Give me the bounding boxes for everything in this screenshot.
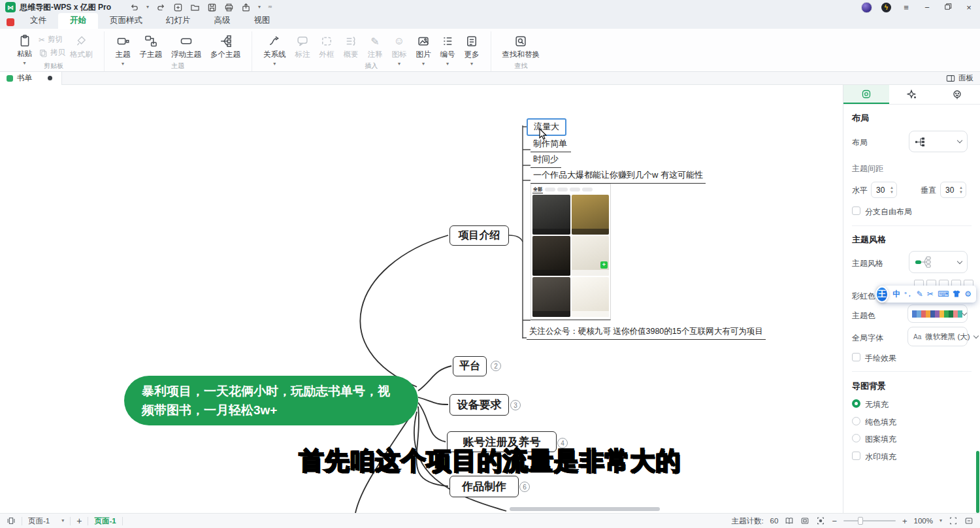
menu-tab-view[interactable]: 视图: [242, 13, 282, 29]
ime-settings-gear-icon[interactable]: ⚙: [964, 290, 972, 298]
fit-page-icon[interactable]: [800, 516, 809, 525]
horizontal-label: 水平: [852, 185, 868, 196]
open-folder-icon[interactable]: [190, 3, 200, 12]
document-icon: [7, 75, 13, 82]
style-label: 主题风格: [852, 258, 883, 269]
feed-thumbnail: [532, 277, 570, 317]
ime-toolbar[interactable]: 王 中 °， ✎ ✂ ⌨ ⚙: [878, 286, 976, 303]
summary-button: 概要: [339, 33, 363, 61]
zoom-slider[interactable]: [843, 520, 896, 521]
menu-tab-advanced[interactable]: 高级: [203, 13, 242, 29]
zoom-caret-icon[interactable]: ▾: [939, 518, 942, 523]
share-icon[interactable]: [241, 3, 251, 12]
focus-center-icon[interactable]: [816, 516, 825, 525]
menu-tab-page-style[interactable]: 页面样式: [98, 13, 154, 29]
page-overview-icon[interactable]: [7, 516, 16, 525]
find-replace-button[interactable]: 查找和替换: [498, 33, 545, 61]
ime-scissors-icon[interactable]: ✂: [927, 290, 934, 298]
branch-node-platform[interactable]: 平台: [453, 356, 487, 376]
undo-icon[interactable]: [129, 3, 139, 12]
panel-tab-sticker[interactable]: [934, 85, 980, 104]
zoom-in-button[interactable]: +: [902, 516, 907, 526]
panel-tab-ai[interactable]: [889, 85, 935, 104]
zoom-level[interactable]: 100%: [914, 517, 933, 525]
bg-pattern-label: 图案填充: [865, 434, 896, 445]
mindmap-canvas[interactable]: 暴利项目，一天花俩小时，玩励志书单号，视频带图书，一月轻松3w+ 项目介绍 流量…: [0, 85, 843, 513]
fullscreen-icon[interactable]: [949, 516, 958, 525]
group-label-insert: 插入: [252, 61, 491, 71]
restore-button[interactable]: [942, 3, 954, 12]
page-dropdown[interactable]: 页面-1: [28, 516, 50, 526]
menu-tab-slides[interactable]: 幻灯片: [154, 13, 203, 29]
undo-caret-icon[interactable]: ▾: [146, 5, 149, 10]
global-font-dropdown[interactable]: Aa 微软雅黑 (大): [907, 327, 968, 346]
style-heading: 主题风格: [852, 234, 886, 246]
callout-button: 标注: [291, 33, 315, 61]
feed-thumbnail: [572, 195, 610, 235]
topic-count-label: 主题计数:: [731, 516, 763, 526]
layout-dropdown[interactable]: [909, 131, 968, 152]
theme-color-dropdown[interactable]: [907, 305, 968, 323]
badge-production: 6: [519, 482, 530, 492]
menu-bar: 文件 开始 页面样式 幻灯片 高级 视图: [0, 14, 980, 29]
collapse-statusbar-icon[interactable]: [964, 516, 973, 525]
multi-topic-button[interactable]: 多个主题: [206, 33, 245, 61]
child-node-viral[interactable]: 一个作品大爆都能让你赚到几个w 有这可能性: [531, 169, 706, 184]
central-topic-node[interactable]: 暴利项目，一天花俩小时，玩励志书单号，视频带图书，一月轻松3w+: [124, 376, 418, 425]
free-branch-checkbox[interactable]: [852, 206, 860, 215]
print-icon[interactable]: [224, 3, 234, 12]
panel-tab-layout[interactable]: [843, 85, 889, 104]
reading-view-icon[interactable]: [785, 516, 794, 525]
ime-punctuation-toggle[interactable]: °，: [904, 291, 913, 297]
chevron-down-icon: [973, 333, 978, 338]
document-tab[interactable]: 书单: [0, 72, 62, 85]
active-page-tab[interactable]: 页面-1: [94, 516, 116, 526]
branch-node-device[interactable]: 设备要求: [449, 394, 509, 416]
minimize-button[interactable]: −: [921, 3, 933, 12]
child-node-note[interactable]: 关注公众号：硬核九哥 送你价值3980的15个互联网大有可为项目: [527, 325, 766, 340]
theme-style-dropdown[interactable]: [909, 251, 968, 273]
panel-toggle-button[interactable]: 面板: [939, 73, 980, 83]
page-dropdown-caret-icon[interactable]: ▾: [61, 518, 64, 523]
panel-scrollbar[interactable]: [976, 451, 979, 513]
user-avatar[interactable]: [861, 2, 872, 13]
zoom-out-button[interactable]: −: [832, 516, 837, 526]
vertical-spacing-stepper[interactable]: 30 ▲▼: [940, 182, 966, 198]
menu-tab-file[interactable]: 文件: [18, 13, 58, 29]
ime-keyboard-icon[interactable]: ⌨: [938, 290, 949, 298]
zoom-slider-thumb[interactable]: [858, 517, 863, 525]
floating-topic-button[interactable]: 浮动主题: [167, 33, 206, 61]
save-icon[interactable]: [207, 3, 217, 12]
branch-node-production[interactable]: 作品制作: [449, 476, 519, 497]
subtopic-button[interactable]: 子主题: [135, 33, 167, 61]
comment-button: ✎ 注释: [363, 33, 387, 61]
ime-pen-icon[interactable]: ✎: [917, 290, 923, 298]
horizontal-scrollbar[interactable]: [510, 507, 660, 511]
new-document-icon[interactable]: [173, 3, 183, 12]
bg-pattern-radio[interactable]: [852, 434, 860, 442]
close-button[interactable]: ×: [963, 3, 975, 12]
hamburger-menu-icon[interactable]: ≡: [900, 3, 912, 12]
embedded-screenshot-node[interactable]: 全部 +: [531, 184, 611, 320]
share-caret-icon[interactable]: ▾: [258, 5, 261, 10]
redo-icon[interactable]: [156, 3, 166, 12]
theme-color-label: 主题色: [852, 310, 875, 322]
ime-skin-icon[interactable]: [953, 290, 960, 299]
hand-drawn-checkbox[interactable]: [852, 353, 860, 361]
menu-tab-home[interactable]: 开始: [58, 13, 98, 29]
vertical-label: 垂直: [921, 185, 936, 196]
ime-language-toggle[interactable]: 中: [892, 290, 900, 298]
scissors-icon: ✂: [39, 35, 45, 44]
group-label-topic: 主题: [105, 61, 252, 71]
bg-watermark-checkbox[interactable]: [852, 452, 860, 460]
branch-node-project-intro[interactable]: 项目介绍: [449, 225, 509, 246]
child-node-easy-make[interactable]: 制作简单: [531, 137, 571, 152]
child-node-less-time[interactable]: 时间少: [531, 153, 561, 168]
bg-solid-radio[interactable]: [852, 417, 860, 425]
vip-badge-icon[interactable]: ϟ: [881, 3, 891, 12]
add-page-button[interactable]: +: [76, 516, 82, 526]
bg-none-radio[interactable]: [852, 399, 860, 408]
horizontal-spacing-stepper[interactable]: 30 ▲▼: [871, 182, 897, 198]
customize-toolbar-icon[interactable]: ≂: [268, 5, 272, 10]
ime-logo-icon[interactable]: 王: [875, 286, 889, 303]
